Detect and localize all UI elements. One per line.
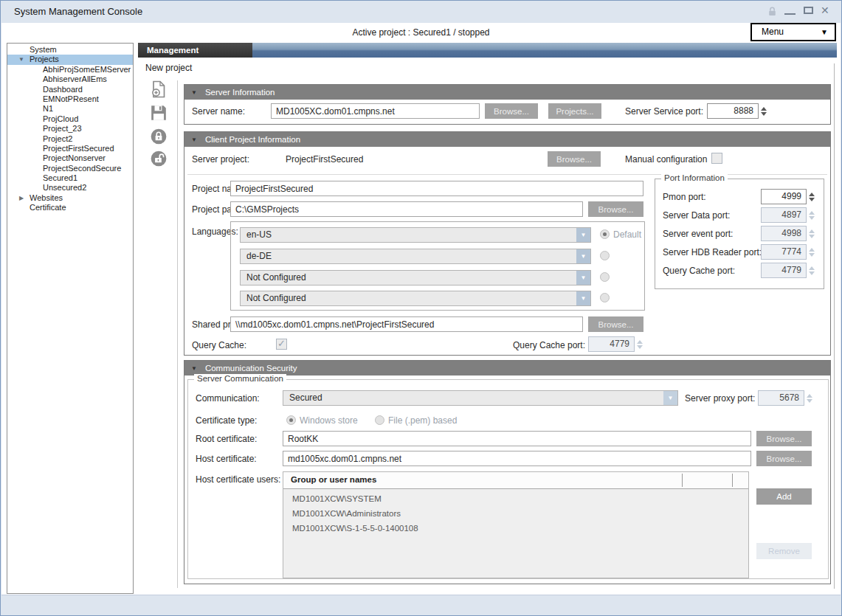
tree-item-system[interactable]: System	[7, 45, 133, 55]
server-information-header[interactable]: ▼Server Information	[184, 85, 830, 100]
tree-item-project[interactable]: AbhiProjSomeEMServer	[7, 65, 133, 75]
projects-button[interactable]: Projects...	[548, 103, 601, 119]
tree-item-project[interactable]: Project2	[7, 134, 133, 144]
tree-item-certificate[interactable]: Certificate	[7, 203, 133, 212]
language-default-radio-3[interactable]	[600, 272, 610, 282]
host-certificate-users-label: Host certificate users:	[196, 474, 280, 485]
root-certificate-browse-button[interactable]: Browse...	[756, 431, 812, 446]
user-list-item[interactable]: MD1001XCW\Administrators	[292, 509, 401, 518]
language-default-radio-4[interactable]	[600, 293, 610, 302]
spin-up-icon	[807, 394, 812, 398]
host-certificate-input[interactable]	[283, 451, 751, 466]
service-port-spinner[interactable]: 8888	[707, 103, 769, 119]
tree-item-project[interactable]: EMNotPResent	[7, 94, 133, 104]
spin-up-icon	[809, 211, 815, 215]
server-proxy-port-spinner: 5678	[758, 390, 815, 406]
tree-item-websites[interactable]: ▶Websites	[7, 193, 133, 203]
tab-strip: Management	[138, 43, 837, 58]
spinner-arrows	[807, 244, 817, 260]
language-combo-1[interactable]: en-US ▼	[240, 227, 591, 243]
host-certificate-users-list[interactable]: Group or user names MD1001XCW\SYSTEM MD1…	[283, 471, 749, 578]
column-divider[interactable]	[732, 474, 733, 487]
communication-combo[interactable]: Secured ▼	[283, 390, 678, 406]
server-data-port-label: Server Data port:	[663, 210, 730, 221]
spin-up-icon	[809, 266, 815, 270]
new-project-icon[interactable]	[150, 80, 168, 98]
tree-item-project[interactable]: ProjectSecondSecure	[7, 164, 133, 173]
spinner-arrows	[804, 390, 815, 406]
expanded-triangle-icon[interactable]: ▼	[18, 55, 24, 64]
pmon-port-label: Pmon port:	[663, 192, 706, 202]
toolbar-divider	[177, 80, 178, 588]
spin-down-icon[interactable]	[761, 112, 767, 116]
navigation-tree: System ▼Projects AbhiProjSomeEMServer Ab…	[7, 43, 134, 594]
language-combo-3[interactable]: Not Configured ▼	[240, 270, 591, 285]
content-right-divider	[834, 63, 835, 589]
tree-item-project[interactable]: Secured1	[7, 173, 133, 183]
communication-label: Communication:	[196, 393, 260, 404]
language-default-radio-1[interactable]	[600, 229, 610, 239]
spinner-arrows[interactable]	[759, 103, 769, 119]
tree-item-project[interactable]: Unsecured2	[7, 183, 133, 193]
tree-item-project[interactable]: Dashboard	[7, 85, 133, 94]
host-certificate-browse-button[interactable]: Browse...	[756, 451, 812, 466]
menu-dropdown[interactable]: Menu ▼	[750, 23, 836, 41]
tree-item-project[interactable]: ProjCloud	[7, 114, 133, 124]
tree-item-project[interactable]: AbhiserverAllEms	[7, 75, 133, 84]
project-path-input[interactable]	[230, 201, 583, 217]
root-certificate-label: Root certificate:	[196, 434, 257, 444]
chevron-down-icon[interactable]: ▼	[663, 391, 677, 405]
communication-security-header[interactable]: ▼Communication Security	[184, 361, 830, 376]
project-path-browse-button[interactable]: Browse...	[588, 201, 643, 217]
save-icon[interactable]	[150, 104, 168, 122]
project-name-input[interactable]	[230, 181, 643, 196]
language-default-radio-2[interactable]	[600, 251, 610, 260]
spin-down-icon[interactable]	[809, 198, 815, 201]
query-cache-port-row-label: Query Cache port:	[504, 340, 585, 350]
host-certificate-label: Host certificate:	[196, 454, 257, 464]
maximize-icon[interactable]	[804, 7, 813, 14]
server-project-browse-button[interactable]: Browse...	[548, 151, 601, 167]
server-data-port-spinner: 4897	[761, 207, 817, 223]
shared-project-path-input[interactable]	[230, 316, 583, 332]
minimize-icon[interactable]	[784, 13, 796, 15]
tab-management[interactable]: Management	[138, 43, 252, 58]
collapsed-triangle-icon[interactable]: ▶	[19, 193, 24, 203]
manual-configuration-checkbox[interactable]	[711, 153, 722, 164]
user-list-item[interactable]: MD1001XCW\S-1-5-5-0-1400108	[292, 524, 418, 533]
tree-item-project[interactable]: ProjectFirstSecured	[7, 144, 133, 153]
tree-item-project[interactable]: N1	[7, 104, 133, 114]
chevron-down-icon[interactable]: ▼	[576, 291, 590, 305]
lock-open-icon[interactable]	[150, 150, 168, 167]
language-combo-2[interactable]: de-DE ▼	[240, 249, 591, 264]
lock-closed-icon[interactable]	[150, 128, 168, 145]
spinner-arrows	[807, 226, 817, 241]
server-name-input[interactable]	[271, 103, 480, 119]
manual-configuration-label: Manual configuration	[625, 154, 707, 165]
close-icon[interactable]: ✕	[821, 4, 829, 16]
chevron-down-icon[interactable]: ▼	[576, 228, 590, 242]
pem-file-label: File (.pem) based	[388, 415, 457, 426]
server-browse-button[interactable]: Browse...	[485, 103, 538, 119]
user-list-item[interactable]: MD1001XCW\SYSTEM	[292, 494, 382, 503]
spin-up-icon[interactable]	[809, 193, 815, 196]
root-certificate-input[interactable]	[283, 431, 751, 446]
chevron-down-icon[interactable]: ▼	[576, 249, 590, 263]
shared-path-browse-button[interactable]: Browse...	[588, 316, 643, 332]
language-combo-4[interactable]: Not Configured ▼	[240, 291, 591, 306]
add-user-button[interactable]: Add	[756, 488, 812, 505]
pmon-port-spinner[interactable]: 4999	[761, 189, 817, 204]
service-port-value[interactable]: 8888	[707, 103, 759, 119]
spinner-arrows	[635, 336, 645, 352]
tree-item-projects[interactable]: ▼Projects	[7, 55, 133, 64]
client-project-information-header[interactable]: ▼Client Project Information	[184, 132, 830, 147]
spin-down-icon	[809, 271, 815, 275]
column-divider[interactable]	[682, 474, 683, 487]
tree-item-project[interactable]: ProjectNonserver	[7, 153, 133, 163]
spinner-arrows[interactable]	[807, 189, 817, 204]
chevron-down-icon[interactable]: ▼	[576, 271, 590, 285]
query-cache-port-spinner: 4779	[761, 263, 817, 278]
spin-up-icon[interactable]	[761, 107, 767, 111]
tree-item-project[interactable]: Project_23	[7, 124, 133, 134]
server-event-port-label: Server event port:	[663, 229, 733, 239]
